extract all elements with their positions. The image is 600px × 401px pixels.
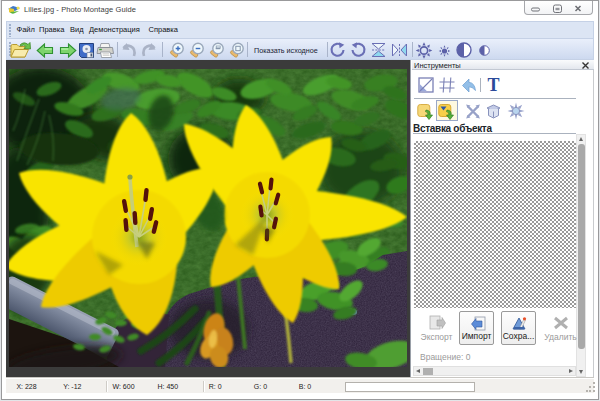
svg-text:T: T	[487, 76, 499, 94]
